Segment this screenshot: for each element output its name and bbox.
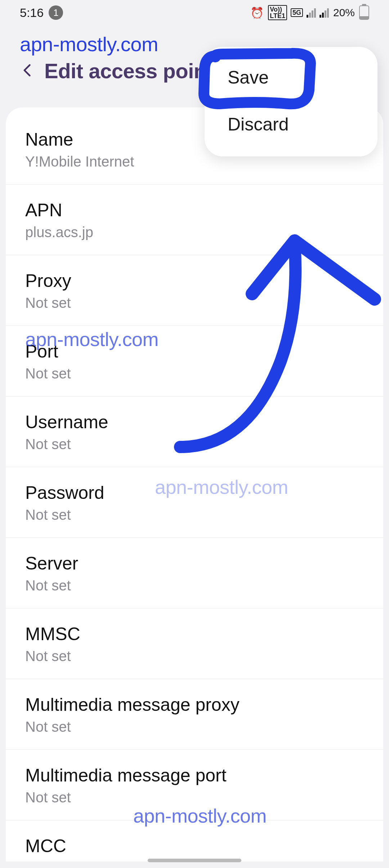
signal-bars-sim1-icon <box>307 8 316 18</box>
volte-icon: Vo))LTE1 <box>268 5 287 20</box>
chevron-left-icon <box>20 62 36 78</box>
field-label: Password <box>25 482 364 503</box>
menu-save[interactable]: Save <box>205 54 377 101</box>
field-value: Not set <box>25 648 364 664</box>
home-indicator[interactable] <box>148 859 241 862</box>
field-label: Multimedia message proxy <box>25 694 364 715</box>
field-value: Not set <box>25 507 364 523</box>
field-label: Multimedia message port <box>25 765 364 786</box>
field-proxy[interactable]: Proxy Not set <box>6 255 383 326</box>
overflow-menu: Save Discard <box>205 47 377 156</box>
battery-icon <box>359 5 369 20</box>
field-label: MCC <box>25 836 364 856</box>
field-value: Not set <box>25 789 364 806</box>
field-label: Port <box>25 341 364 362</box>
signal-bars-sim2-icon <box>319 8 329 18</box>
field-value: Not set <box>25 577 364 594</box>
field-mcc[interactable]: MCC <box>6 820 383 862</box>
notification-count-badge: 1 <box>49 5 63 20</box>
field-apn[interactable]: APN plus.acs.jp <box>6 185 383 255</box>
5g-icon: 5G <box>291 8 303 17</box>
field-label: Username <box>25 412 364 433</box>
status-bar: 5:16 1 ⏰ Vo))LTE1 5G 20% <box>0 0 389 25</box>
battery-percent: 20% <box>333 6 355 19</box>
field-username[interactable]: Username Not set <box>6 397 383 467</box>
apn-fields-list: Name Y!Mobile Internet APN plus.acs.jp P… <box>6 107 383 862</box>
field-password[interactable]: Password Not set <box>6 467 383 538</box>
network-indicators: Vo))LTE1 5G <box>268 5 329 20</box>
field-port[interactable]: Port Not set <box>6 326 383 397</box>
field-server[interactable]: Server Not set <box>6 538 383 608</box>
field-value: Not set <box>25 436 364 452</box>
field-label: Server <box>25 553 364 574</box>
alarm-icon: ⏰ <box>250 6 264 19</box>
field-value: Not set <box>25 295 364 311</box>
field-mms-port[interactable]: Multimedia message port Not set <box>6 750 383 820</box>
field-label: APN <box>25 200 364 221</box>
field-value: plus.acs.jp <box>25 224 364 240</box>
clock: 5:16 <box>20 6 44 20</box>
status-left: 5:16 1 <box>20 5 63 20</box>
menu-discard[interactable]: Discard <box>205 101 377 148</box>
field-mms-proxy[interactable]: Multimedia message proxy Not set <box>6 679 383 750</box>
status-right: ⏰ Vo))LTE1 5G 20% <box>250 5 369 20</box>
back-button[interactable] <box>20 62 36 80</box>
field-mmsc[interactable]: MMSC Not set <box>6 608 383 679</box>
field-label: MMSC <box>25 624 364 645</box>
page-title: Edit access point <box>44 59 213 83</box>
field-label: Proxy <box>25 270 364 291</box>
field-value: Not set <box>25 366 364 382</box>
field-value: Not set <box>25 719 364 735</box>
